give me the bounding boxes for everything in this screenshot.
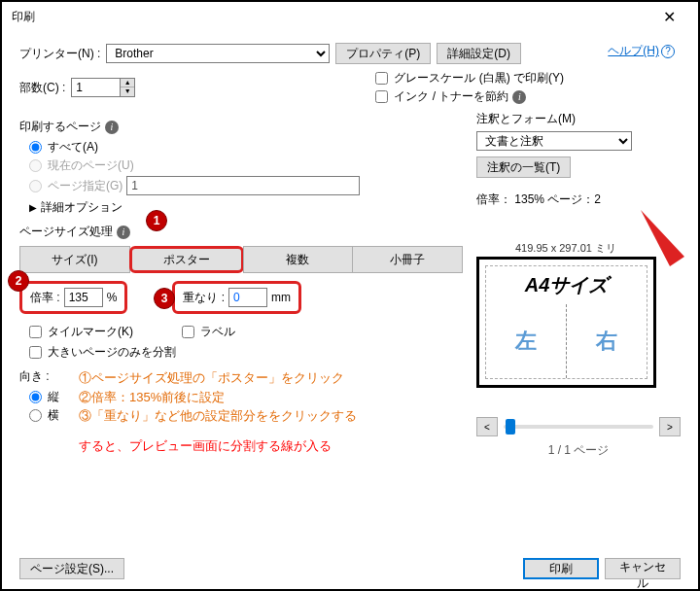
scale-input[interactable]: [64, 288, 103, 307]
annotation-1: ①ページサイズ処理の「ポスター」をクリック: [79, 368, 463, 388]
ink-checkbox[interactable]: [375, 90, 388, 103]
label-checkbox[interactable]: [182, 326, 194, 338]
large-label: 大きいページのみを分割: [48, 344, 176, 361]
properties-button[interactable]: プロパティ(P): [335, 43, 431, 64]
help-icon: ?: [661, 45, 675, 58]
preview-dim: 419.95 x 297.01 ミリ: [515, 241, 616, 256]
annotation-3: ③「重なり」など他の設定部分ををクリックする: [79, 406, 463, 426]
printer-label: プリンター(N) :: [19, 46, 100, 62]
spin-down-icon[interactable]: ▼: [121, 87, 134, 96]
prev-button[interactable]: <: [476, 417, 498, 436]
portrait-label: 縦: [48, 389, 59, 405]
specify-input: [126, 176, 360, 195]
tab-size[interactable]: サイズ(I): [19, 246, 130, 273]
landscape-label: 横: [48, 407, 59, 424]
annotation-2: ②倍率：135%前後に設定: [79, 388, 463, 407]
landscape-radio[interactable]: [29, 409, 42, 422]
scale-label: 倍率 :: [30, 290, 60, 306]
close-button[interactable]: ✕: [649, 3, 688, 30]
advanced-button[interactable]: 詳細設定(D): [437, 43, 521, 64]
page-setup-button[interactable]: ページ設定(S)...: [19, 558, 124, 579]
info-icon[interactable]: i: [105, 121, 119, 134]
current-radio: [29, 159, 42, 172]
tab-booklet[interactable]: 小冊子: [352, 246, 463, 273]
overlap-label: 重なり :: [183, 290, 225, 306]
pages-title: 印刷するページ i: [19, 119, 463, 135]
triangle-right-icon: ▶: [29, 202, 37, 213]
preview-a4-label: A4サイズ: [486, 266, 647, 304]
annotation-4: すると、プレビュー画面に分割する線が入る: [79, 437, 463, 455]
page-slider[interactable]: [504, 425, 653, 429]
more-options-toggle[interactable]: ▶詳細オプション: [29, 199, 463, 216]
window-title: 印刷: [12, 9, 35, 25]
large-checkbox[interactable]: [29, 346, 42, 359]
grayscale-checkbox[interactable]: [375, 72, 388, 85]
next-button[interactable]: >: [659, 417, 681, 436]
copies-input[interactable]: [71, 78, 120, 97]
scale-unit: %: [107, 291, 118, 304]
tile-checkbox[interactable]: [29, 326, 42, 338]
copies-spinner[interactable]: ▲▼: [71, 78, 135, 97]
all-label: すべて(A): [48, 139, 98, 156]
grayscale-label: グレースケール (白黒) で印刷(Y): [394, 70, 564, 87]
slider-thumb[interactable]: [506, 419, 515, 435]
current-label: 現在のページ(U): [48, 157, 134, 174]
sizing-title: ページサイズ処理 i: [19, 224, 463, 240]
all-radio[interactable]: [29, 141, 42, 154]
overlap-input[interactable]: [228, 288, 267, 307]
specify-radio: [29, 180, 42, 192]
help-link[interactable]: ヘルプ(H)?: [608, 43, 675, 59]
preview-info: 倍率： 135% ページ：2: [476, 191, 681, 208]
ink-label: インク / トナーを節約: [394, 88, 508, 105]
label-label: ラベル: [200, 324, 235, 340]
preview-left: 左: [486, 304, 567, 378]
info-icon[interactable]: i: [512, 90, 526, 104]
badge-3: 3: [154, 288, 175, 309]
spin-up-icon[interactable]: ▲: [121, 79, 134, 87]
page-indicator: 1 / 1 ページ: [476, 442, 681, 459]
badge-2: 2: [8, 270, 29, 292]
tile-label: タイルマーク(K): [48, 324, 133, 340]
tab-multiple[interactable]: 複数: [243, 246, 354, 273]
overlap-unit: mm: [271, 291, 291, 304]
specify-label: ページ指定(G): [48, 178, 122, 194]
orient-title: 向き :: [19, 368, 59, 385]
tab-poster[interactable]: ポスター: [129, 246, 244, 273]
info-icon[interactable]: i: [117, 226, 130, 239]
copies-label: 部数(C) :: [19, 80, 65, 96]
comments-title: 注釈とフォーム(M): [476, 111, 681, 127]
comments-select[interactable]: 文書と注釈: [476, 131, 632, 151]
print-button[interactable]: 印刷: [523, 558, 599, 579]
cancel-button[interactable]: キャンセル: [605, 558, 681, 579]
preview-right: 右: [567, 304, 647, 378]
badge-1: 1: [146, 210, 167, 231]
portrait-radio[interactable]: [29, 391, 42, 403]
preview-pane: A4サイズ 左 右: [476, 257, 656, 388]
comments-list-button[interactable]: 注釈の一覧(T): [476, 156, 571, 178]
printer-select[interactable]: Brother: [106, 44, 330, 63]
